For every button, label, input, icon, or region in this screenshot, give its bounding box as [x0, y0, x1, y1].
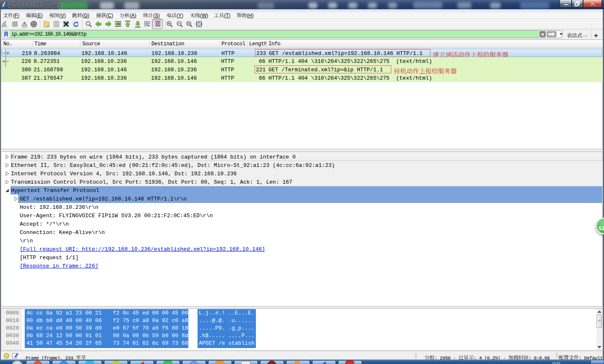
- svg-text:010: 010: [55, 24, 58, 26]
